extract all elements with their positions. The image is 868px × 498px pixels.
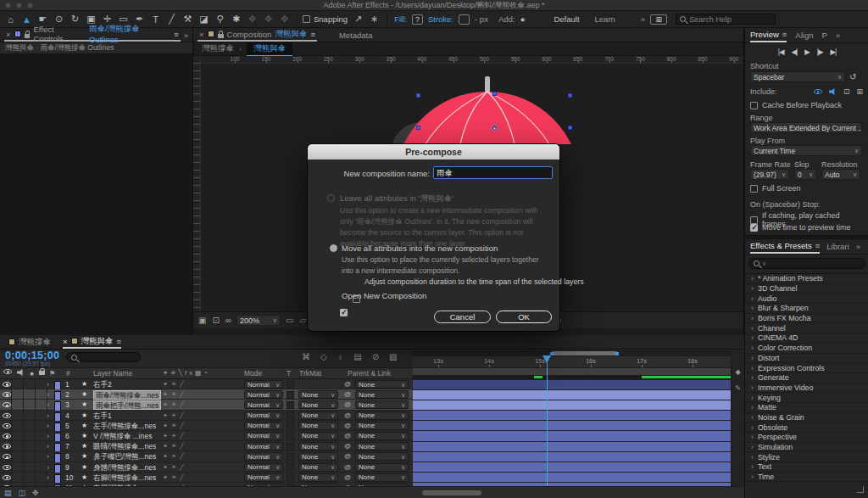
blend-mode-dropdown[interactable]: Normal∨	[244, 473, 283, 482]
layer-duration-bar[interactable]	[413, 380, 731, 389]
parent-dropdown[interactable]: None∨	[355, 411, 409, 420]
layer-row[interactable]: › 10 ★ 右腳/灣熊撐傘...nes ✦☀╱ Normal∨ None∨ @…	[0, 473, 744, 483]
effects-category-row[interactable]: › Expression Controls	[745, 363, 868, 373]
layer-name-column-header[interactable]: Layer Name	[93, 369, 132, 378]
snap-grid-icon[interactable]: ∗	[367, 13, 381, 26]
open-new-comp-label[interactable]: Open New Composition	[342, 291, 426, 300]
effects-category-row[interactable]: › Text	[745, 462, 868, 473]
selection-handle[interactable]	[416, 93, 420, 98]
parent-dropdown[interactable]: None∨	[355, 400, 409, 409]
layer-visibility-icon[interactable]	[3, 400, 11, 410]
effects-category-row[interactable]: › Generate	[745, 373, 868, 383]
expand-chevron-icon[interactable]: ›	[751, 423, 754, 432]
parent-dropdown[interactable]: None∨	[355, 473, 409, 482]
full-screen-row[interactable]: Full Screen	[750, 184, 863, 193]
layer-switches[interactable]: ✦☀╱	[163, 389, 203, 400]
search-help-field[interactable]: Search Help	[676, 14, 776, 25]
trkmat-dropdown[interactable]: None∨	[298, 463, 338, 472]
preserve-transparency-toggle[interactable]	[287, 422, 294, 429]
layer-duration-bar[interactable]	[413, 452, 731, 462]
expand-chevron-icon[interactable]: ›	[751, 373, 754, 382]
selection-handle[interactable]	[568, 126, 572, 130]
trkmat-dropdown[interactable]: None∨	[298, 473, 338, 482]
expand-chevron-icon[interactable]: ›	[751, 324, 754, 333]
layer-name[interactable]: V /灣熊撐傘 ...ines	[93, 431, 163, 441]
expand-chevron-icon[interactable]: ›	[751, 333, 754, 342]
layer-duration-bar[interactable]	[413, 473, 731, 482]
trkmat-dropdown[interactable]: None∨	[298, 452, 338, 461]
blend-mode-dropdown[interactable]: Normal∨	[244, 380, 283, 389]
add-shape-icon[interactable]: ◉	[518, 15, 526, 24]
panel-menu-icon[interactable]: ≡	[310, 30, 315, 39]
panel-overflow-icon[interactable]: »	[184, 31, 188, 40]
first-frame-button[interactable]: |◀	[778, 48, 784, 56]
parent-dropdown[interactable]: None∨	[355, 390, 409, 399]
layer-expand-arrow[interactable]: ›	[47, 379, 49, 389]
preserve-transparency-toggle[interactable]	[287, 473, 294, 481]
lock-icon[interactable]	[25, 34, 31, 38]
effects-category-row[interactable]: › Matte	[745, 403, 868, 413]
expand-chevron-icon[interactable]: ›	[751, 443, 754, 451]
layer-duration-bar[interactable]	[413, 431, 731, 440]
layer-expand-arrow[interactable]: ›	[47, 431, 49, 441]
resolution-dropdown[interactable]: Auto∨	[821, 169, 860, 180]
comp-marker-bin-icon[interactable]: ◆	[735, 368, 740, 376]
panel-overflow-icon[interactable]: »	[836, 31, 840, 40]
layer-name[interactable]: 左手/灣熊撐傘...nes	[93, 421, 163, 431]
axis-mode-world-icon[interactable]: ✥	[261, 13, 275, 26]
parent-dropdown[interactable]: None∨	[355, 380, 409, 389]
layer-switches[interactable]: ✦☀╱	[163, 400, 203, 410]
trkmat-dropdown[interactable]: None∨	[298, 411, 338, 420]
close-tab-icon[interactable]: ×	[63, 337, 68, 346]
effects-category-row[interactable]: › Channel	[745, 323, 868, 333]
move-attributes-label[interactable]: Move all attributes into the new composi…	[342, 243, 498, 253]
parent-pickwhip-icon[interactable]: @	[344, 389, 351, 400]
reset-icon[interactable]: ↺	[849, 72, 856, 81]
open-new-comp-checkbox[interactable]	[340, 309, 348, 316]
timeline-horizontal-scrollbar[interactable]	[422, 490, 481, 495]
move-time-row[interactable]: Move time to preview time	[750, 223, 863, 232]
layer-name[interactable]: 身體/灣熊撐傘...nes	[93, 462, 163, 473]
shortcut-dropdown[interactable]: Spacebar∨	[750, 71, 845, 82]
panel-menu-icon[interactable]: ≡	[174, 30, 179, 39]
selection-handle[interactable]	[492, 92, 497, 96]
blend-mode-dropdown[interactable]: Normal∨	[244, 463, 283, 472]
effects-category-row[interactable]: › * Animation Presets	[745, 274, 868, 284]
time-ruler[interactable]: 13s14s15s16s17s18s	[413, 355, 731, 367]
parent-dropdown[interactable]: None∨	[355, 422, 409, 430]
playhead-handle-icon[interactable]	[542, 355, 551, 363]
range-dropdown[interactable]: Work Area Extended By Current ...∨	[750, 122, 862, 133]
new-comp-name-input[interactable]: 雨傘	[433, 166, 553, 179]
stroke-swatch[interactable]	[459, 14, 470, 25]
layer-row[interactable]: › 4 ★ 右手1 ✦☀╱ Normal∨ None∨ @ None∨	[0, 411, 744, 421]
snapshot-icon[interactable]: ▣	[198, 316, 206, 325]
workspace-learn[interactable]: Learn	[595, 14, 615, 24]
layer-switches[interactable]: ✦☀╱	[163, 441, 203, 451]
eraser-tool-icon[interactable]: ◪	[197, 13, 211, 26]
trkmat-column-header[interactable]: TrkMat	[299, 369, 321, 378]
trkmat-dropdown[interactable]: None∨	[298, 390, 338, 399]
layer-expand-arrow[interactable]: ›	[47, 451, 49, 462]
expand-layer-switches-icon[interactable]: ▤	[4, 489, 12, 497]
effects-category-row[interactable]: › Distort	[745, 354, 868, 364]
layer-duration-bar[interactable]	[413, 462, 731, 472]
workspace-switcher-icon[interactable]: ⊞	[650, 14, 667, 25]
expand-chevron-icon[interactable]: ›	[751, 394, 754, 402]
current-time-display[interactable]: 0;00;15;00	[5, 350, 59, 361]
blend-mode-dropdown[interactable]: Normal∨	[244, 400, 283, 409]
parent-link-column-header[interactable]: Parent & Link	[348, 369, 391, 378]
expand-chevron-icon[interactable]: ›	[751, 364, 754, 372]
libraries-tab[interactable]: Librari	[826, 242, 849, 251]
snap-option-icon[interactable]: ↗	[351, 13, 365, 26]
parent-pickwhip-icon[interactable]: @	[344, 441, 351, 451]
parent-pickwhip-icon[interactable]: @	[344, 431, 351, 441]
close-tab-icon[interactable]: ×	[6, 30, 11, 39]
layer-visibility-icon[interactable]	[3, 379, 11, 389]
timeline-tab[interactable]: 灣熊撐傘	[8, 335, 51, 349]
motion-sketch-tool-icon[interactable]: ✱	[229, 13, 243, 26]
expand-chevron-icon[interactable]: ›	[751, 462, 754, 471]
layer-visibility-icon[interactable]	[3, 451, 11, 462]
preserve-transparency-toggle[interactable]	[287, 391, 294, 399]
layer-row[interactable]: › 5 ★ 左手/灣熊撐傘...nes ✦☀╱ Normal∨ None∨ @ …	[0, 421, 744, 431]
play-from-dropdown[interactable]: Current Time∨	[750, 145, 862, 156]
